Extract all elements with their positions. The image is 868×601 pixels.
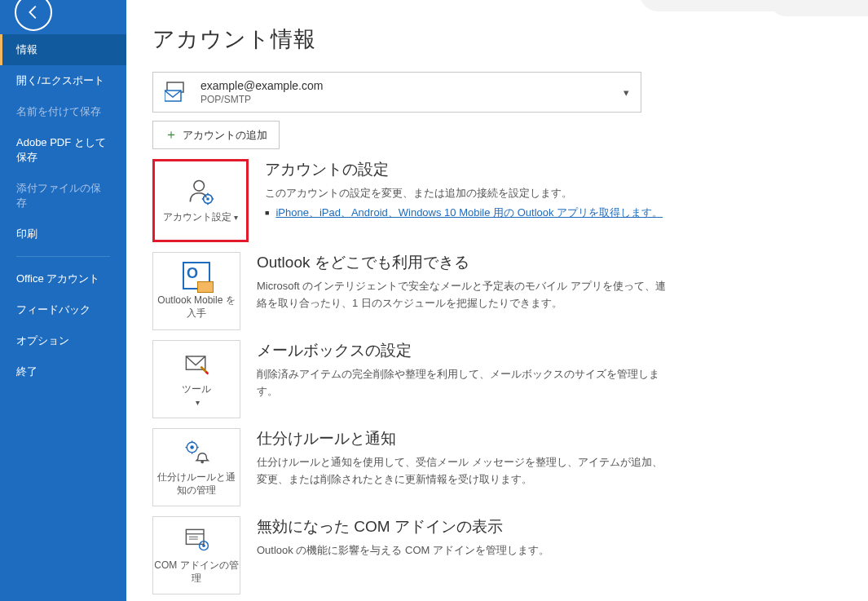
sidebar-item-info[interactable]: 情報 [0, 34, 126, 65]
sidebar-item-print[interactable]: 印刷 [0, 219, 126, 250]
account-settings-title: アカウントの設定 [265, 159, 681, 180]
tools-tile[interactable]: ツール▾ [152, 340, 240, 418]
rules-tile[interactable]: 仕分けルールと通知の管理 [152, 428, 240, 506]
envelope-pencil-icon [182, 349, 211, 378]
gear-bell-icon [182, 437, 211, 466]
sidebar-separator [16, 256, 110, 257]
account-protocol: POP/SMTP [200, 94, 323, 105]
sidebar-item-save-as[interactable]: 名前を付けて保存 [0, 96, 126, 127]
rules-title: 仕分けルールと通知 [257, 428, 672, 449]
arrow-left-icon [24, 3, 42, 21]
rules-text: 仕分けルールと通知を使用して、受信メール メッセージを整理し、アイテムが追加、変… [257, 454, 672, 488]
com-addins-tile-label: COM アドインの管理 [153, 559, 240, 585]
chevron-down-icon: ▾ [623, 86, 629, 99]
outlook-mobile-text: Microsoft のインテリジェントで安全なメールと予定表のモバイル アプリを… [257, 278, 672, 312]
sidebar-item-save-attachments[interactable]: 添付ファイルの保存 [0, 173, 126, 219]
sidebar-item-office-account[interactable]: Office アカウント [0, 263, 126, 294]
sidebar-item-options[interactable]: オプション [0, 325, 126, 356]
sidebar-item-open-export[interactable]: 開く/エクスポート [0, 65, 126, 96]
com-addins-tile[interactable]: COM アドインの管理 [152, 516, 240, 594]
mailbox-title: メールボックスの設定 [257, 340, 672, 361]
outlook-mobile-tile-label: Outlook Mobile を入手 [153, 294, 240, 320]
sidebar-nav: 情報 開く/エクスポート 名前を付けて保存 Adobe PDF として保存 添付… [0, 34, 126, 250]
sidebar-item-feedback[interactable]: フィードバック [0, 294, 126, 325]
add-account-label: アカウントの追加 [183, 128, 267, 143]
sidebar-nav-bottom: Office アカウント フィードバック オプション 終了 [0, 263, 126, 387]
svg-point-22 [202, 545, 205, 548]
window-gear-icon [182, 525, 211, 555]
outlook-apps-link[interactable]: iPhone、iPad、Android、Windows 10 Mobile 用の… [275, 206, 663, 219]
outlook-mobile-tile[interactable]: Outlook Mobile を入手 [152, 252, 240, 330]
svg-point-11 [190, 446, 194, 450]
com-addins-text: Outlook の機能に影響を与える COM アドインを管理します。 [257, 542, 672, 559]
backstage-sidebar: 情報 開く/エクスポート 名前を付けて保存 Adobe PDF として保存 添付… [0, 0, 126, 601]
mail-account-icon [165, 81, 189, 104]
svg-point-4 [206, 197, 209, 201]
back-button[interactable] [15, 0, 52, 31]
account-settings-text: このアカウントの設定を変更、または追加の接続を設定します。 [265, 185, 681, 202]
main-content: アカウント情報 example@example.com POP/SMTP ▾ ＋… [126, 0, 868, 601]
mailbox-text: 削除済みアイテムの完全削除や整理を利用して、メールボックスのサイズを管理します。 [257, 366, 672, 400]
com-addins-title: 無効になった COM アドインの表示 [257, 516, 672, 537]
sidebar-item-exit[interactable]: 終了 [0, 356, 126, 387]
page-title: アカウント情報 [152, 24, 835, 54]
rules-tile-label: 仕分けルールと通知の管理 [153, 471, 240, 497]
account-email: example@example.com [200, 79, 323, 92]
account-settings-tile-label: アカウント設定▾ [163, 211, 238, 224]
svg-point-16 [200, 461, 204, 464]
outlook-mobile-title: Outlook をどこでも利用できる [257, 252, 672, 273]
plus-icon: ＋ [165, 126, 178, 144]
user-gear-icon [186, 177, 215, 206]
svg-point-2 [194, 181, 205, 192]
add-account-button[interactable]: ＋ アカウントの追加 [152, 121, 280, 149]
account-selector[interactable]: example@example.com POP/SMTP ▾ [152, 72, 641, 113]
tools-tile-label: ツール▾ [182, 383, 211, 409]
outlook-icon [183, 262, 210, 289]
account-settings-tile[interactable]: アカウント設定▾ [152, 159, 249, 242]
sidebar-item-adobe-pdf[interactable]: Adobe PDF として保存 [0, 127, 126, 173]
